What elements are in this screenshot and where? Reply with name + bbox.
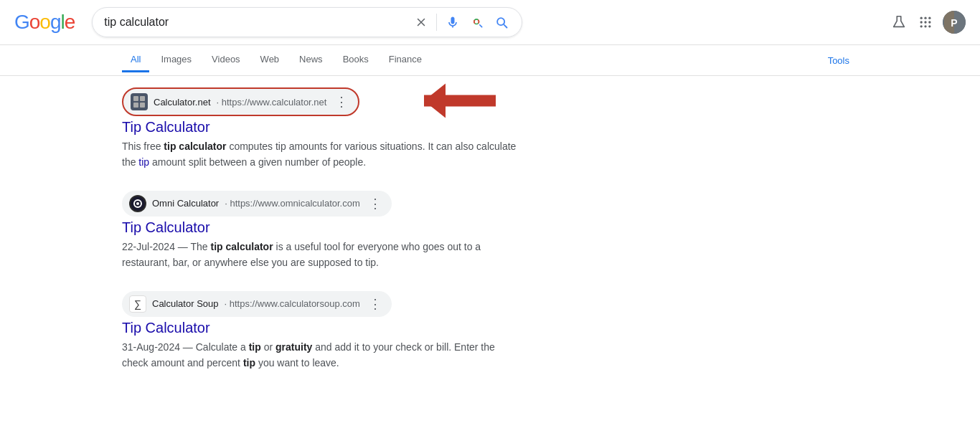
result-snippet-3: 31-Aug-2024 — Calculate a tip or gratuit… xyxy=(122,339,524,371)
svg-point-5 xyxy=(920,21,923,23)
result-more-button-2[interactable]: ⋮ xyxy=(366,197,385,210)
svg-point-9 xyxy=(924,25,926,27)
favicon-3: ∑ xyxy=(129,295,146,313)
svg-point-3 xyxy=(924,17,926,19)
result-more-button-1[interactable]: ⋮ xyxy=(332,95,351,108)
svg-point-22 xyxy=(136,202,139,205)
site-url-3: · https://www.calculatorsoup.com xyxy=(225,298,360,309)
site-url-1: · https://www.calculator.net xyxy=(217,97,327,108)
tab-images[interactable]: Images xyxy=(152,48,200,72)
svg-rect-14 xyxy=(133,96,138,101)
svg-text:P: P xyxy=(951,17,957,29)
site-name-1: Calculator.net xyxy=(154,97,211,108)
search-bar: tip calculator xyxy=(92,7,522,37)
svg-point-7 xyxy=(928,21,930,23)
result-item-2: Omni Calculator · https://www.omnicalcul… xyxy=(122,191,524,271)
profile-avatar[interactable]: P xyxy=(943,11,966,34)
site-name-3: Calculator Soup xyxy=(152,298,219,309)
result-source-3: ∑ Calculator Soup · https://www.calculat… xyxy=(122,291,392,317)
result-snippet-1: This free tip calculator computes tip am… xyxy=(122,138,524,171)
lens-search-button[interactable] xyxy=(468,14,486,31)
arrow-annotation xyxy=(367,81,496,123)
clear-button[interactable] xyxy=(413,14,429,30)
result-title-3[interactable]: Tip Calculator xyxy=(122,320,524,336)
result-source-2: Omni Calculator · https://www.omnicalcul… xyxy=(122,191,392,217)
result-snippet-2: 22-Jul-2024 — The tip calculator is a us… xyxy=(122,239,524,271)
voice-search-button[interactable] xyxy=(444,14,461,31)
svg-point-8 xyxy=(920,25,923,27)
result-title-2[interactable]: Tip Calculator xyxy=(122,219,524,236)
tab-all[interactable]: All xyxy=(122,48,149,72)
svg-rect-15 xyxy=(140,96,145,101)
tab-web[interactable]: Web xyxy=(252,48,288,72)
tools-button[interactable]: Tools xyxy=(819,49,858,72)
result-title-1[interactable]: Tip Calculator xyxy=(122,119,524,136)
result-item: Calculator.net · https://www.calculator.… xyxy=(122,87,524,171)
result-more-button-3[interactable]: ⋮ xyxy=(366,298,385,310)
svg-rect-16 xyxy=(133,103,138,108)
svg-point-10 xyxy=(928,25,930,27)
search-icon-group xyxy=(413,14,510,31)
tab-books[interactable]: Books xyxy=(334,48,377,72)
divider xyxy=(436,14,437,31)
favicon-1 xyxy=(131,93,148,110)
svg-point-2 xyxy=(920,17,923,19)
search-input[interactable]: tip calculator xyxy=(104,16,406,29)
header-right: P xyxy=(890,11,966,34)
nav-tabs: All Images Videos Web News Books Finance… xyxy=(0,45,980,76)
site-name-2: Omni Calculator xyxy=(152,198,219,209)
tab-finance[interactable]: Finance xyxy=(380,48,430,72)
svg-rect-17 xyxy=(140,103,145,108)
labs-button[interactable] xyxy=(890,13,908,32)
svg-rect-18 xyxy=(424,95,496,107)
header: Google tip calculator xyxy=(0,0,980,45)
apps-button[interactable] xyxy=(917,14,934,31)
result-source-1: Calculator.net · https://www.calculator.… xyxy=(122,87,359,116)
main-content: Calculator.net · https://www.calculator.… xyxy=(0,76,646,402)
favicon-2 xyxy=(129,195,146,212)
result-item-3: ∑ Calculator Soup · https://www.calculat… xyxy=(122,291,524,371)
google-logo[interactable]: Google xyxy=(14,11,75,34)
search-button[interactable] xyxy=(493,14,510,31)
tab-news[interactable]: News xyxy=(291,48,331,72)
site-url-2: · https://www.omnicalculator.com xyxy=(225,198,360,209)
tab-videos[interactable]: Videos xyxy=(203,48,249,72)
svg-point-4 xyxy=(928,17,930,19)
svg-marker-19 xyxy=(424,84,446,118)
svg-point-6 xyxy=(924,21,926,23)
